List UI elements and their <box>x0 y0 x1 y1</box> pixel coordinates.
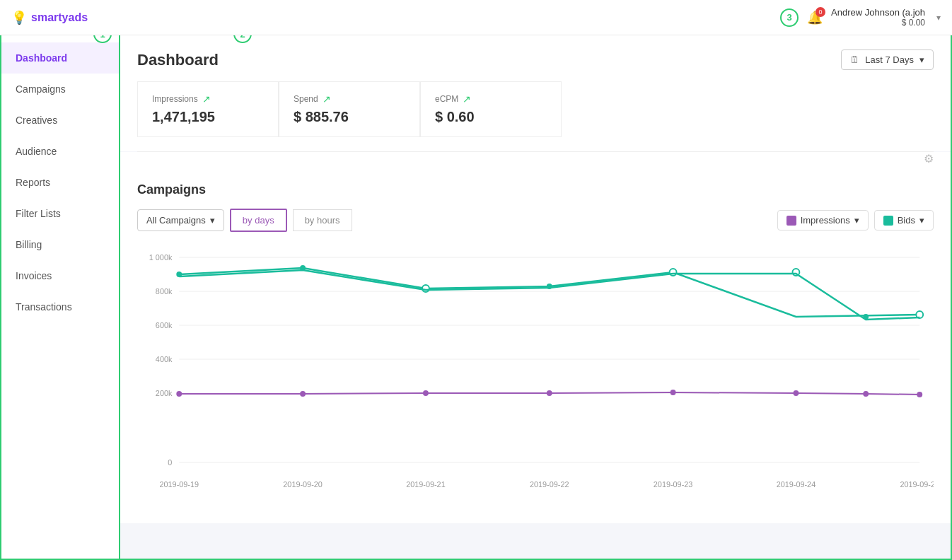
user-menu[interactable]: Andrew Johnson (a.joh $ 0.00 <box>831 7 925 28</box>
sidebar-item-filter-lists[interactable]: Filter Lists <box>1 198 119 229</box>
impressions-legend-dot <box>786 216 796 226</box>
all-campaigns-label: All Campaigns <box>146 215 206 226</box>
sidebar-item-reports[interactable]: Reports <box>1 167 119 198</box>
stat-card-spend: Spend ↗ $ 885.76 <box>279 81 420 137</box>
svg-point-26 <box>863 391 869 397</box>
svg-text:0: 0 <box>168 458 172 467</box>
header-right: 3 🔔 0 Andrew Johnson (a.joh $ 0.00 ▾ <box>780 7 941 28</box>
spend-label: Spend ↗ <box>294 93 405 105</box>
impressions-label: Impressions ↗ <box>152 93 264 105</box>
svg-point-21 <box>300 391 306 397</box>
filter-right: Impressions ▾ Bids ▾ <box>777 210 934 231</box>
notification-badge: 0 <box>815 7 825 17</box>
svg-text:2019-09-19: 2019-09-19 <box>159 480 199 489</box>
svg-point-27 <box>917 392 922 397</box>
date-filter-label: Last 7 Days <box>865 54 914 65</box>
svg-text:2019-09-24: 2019-09-24 <box>777 480 816 489</box>
sidebar-item-dashboard[interactable]: Dashboard <box>1 42 119 74</box>
svg-text:400k: 400k <box>156 355 173 363</box>
main-content: 2 Dashboard 🗓 Last 7 Days ▾ Impressions … <box>120 35 952 560</box>
stats-row: Impressions ↗ 1,471,195 Spend ↗ $ 885.76… <box>120 81 951 151</box>
impressions-legend[interactable]: Impressions ▾ <box>777 210 869 231</box>
svg-point-24 <box>671 390 676 395</box>
svg-point-14 <box>422 285 429 292</box>
campaigns-dropdown-chevron-icon: ▾ <box>210 215 215 226</box>
svg-text:1 000k: 1 000k <box>149 253 173 262</box>
ecpm-label: eCPM ↗ <box>435 93 547 105</box>
stat-card-ecpm: eCPM ↗ $ 0.60 <box>420 81 562 137</box>
settings-icon[interactable]: ⚙ <box>924 152 934 165</box>
layout: 1 Dashboard Campaigns Creatives Audience… <box>0 35 952 560</box>
svg-point-25 <box>793 390 799 396</box>
logo: 💡 smartyads <box>11 10 88 25</box>
spend-trend-icon: ↗ <box>323 93 331 105</box>
sidebar-item-creatives[interactable]: Creatives <box>1 105 119 136</box>
sidebar-item-audience[interactable]: Audience <box>1 136 119 167</box>
impressions-legend-chevron-icon: ▾ <box>854 215 859 226</box>
svg-text:2019-09-21: 2019-09-21 <box>406 480 446 489</box>
date-filter-chevron-icon: ▾ <box>919 54 924 65</box>
svg-point-22 <box>423 390 429 396</box>
chart-container: 1 000k 800k 600k 400k 200k 0 <box>137 243 934 512</box>
svg-point-23 <box>547 390 552 396</box>
by-days-tab[interactable]: by days <box>230 209 287 232</box>
sidebar-item-campaigns[interactable]: Campaigns <box>1 74 119 105</box>
bids-legend-chevron-icon: ▾ <box>919 215 924 226</box>
svg-text:2019-09-22: 2019-09-22 <box>530 480 569 489</box>
campaigns-section: Campaigns All Campaigns ▾ by days by hou… <box>120 171 951 523</box>
settings-icon-wrap: ⚙ <box>120 152 951 171</box>
impressions-trend-icon: ↗ <box>202 93 211 105</box>
svg-text:2019-09-23: 2019-09-23 <box>654 480 693 489</box>
svg-text:600k: 600k <box>156 321 173 329</box>
bids-legend-dot <box>883 216 893 226</box>
by-hours-tab[interactable]: by hours <box>293 209 352 231</box>
header: 💡 smartyads 3 🔔 0 Andrew Johnson (a.joh … <box>0 0 952 35</box>
notification-bell[interactable]: 🔔 0 <box>807 10 823 25</box>
user-chevron-icon[interactable]: ▾ <box>936 13 941 23</box>
all-campaigns-dropdown[interactable]: All Campaigns ▾ <box>137 209 224 231</box>
ecpm-value: $ 0.60 <box>435 109 547 125</box>
campaigns-title: Campaigns <box>137 182 934 197</box>
sidebar-item-invoices[interactable]: Invoices <box>1 260 119 291</box>
user-name: Andrew Johnson (a.joh <box>831 7 925 18</box>
calendar-icon: 🗓 <box>850 54 859 65</box>
bids-legend-label: Bids <box>898 215 915 226</box>
svg-text:200k: 200k <box>156 389 173 397</box>
app-name: smartyads <box>31 11 88 24</box>
sidebar-item-billing[interactable]: Billing <box>1 229 119 260</box>
step3-circle: 3 <box>780 8 799 27</box>
main-step-area: 2 <box>233 35 252 43</box>
date-filter-dropdown[interactable]: 🗓 Last 7 Days ▾ <box>841 49 934 70</box>
bids-legend[interactable]: Bids ▾ <box>874 210 934 231</box>
stat-card-impressions: Impressions ↗ 1,471,195 <box>137 81 279 137</box>
impressions-legend-label: Impressions <box>801 215 850 226</box>
svg-point-20 <box>176 391 182 397</box>
filter-row: All Campaigns ▾ by days by hours Impress… <box>137 209 934 232</box>
page-title: Dashboard <box>137 51 219 69</box>
user-balance: $ 0.00 <box>902 18 925 28</box>
step2-circle: 2 <box>233 35 252 43</box>
svg-text:2019-09-25: 2019-09-25 <box>900 480 934 489</box>
sidebar: 1 Dashboard Campaigns Creatives Audience… <box>0 35 120 560</box>
logo-icon: 💡 <box>11 10 27 25</box>
svg-text:800k: 800k <box>156 287 173 296</box>
spend-value: $ 885.76 <box>294 109 405 125</box>
sidebar-item-transactions[interactable]: Transactions <box>1 291 119 322</box>
ecpm-trend-icon: ↗ <box>463 93 471 105</box>
filter-left: All Campaigns ▾ by days by hours <box>137 209 352 232</box>
campaigns-chart: 1 000k 800k 600k 400k 200k 0 <box>137 243 934 512</box>
svg-text:2019-09-20: 2019-09-20 <box>283 480 323 489</box>
impressions-value: 1,471,195 <box>152 109 264 125</box>
